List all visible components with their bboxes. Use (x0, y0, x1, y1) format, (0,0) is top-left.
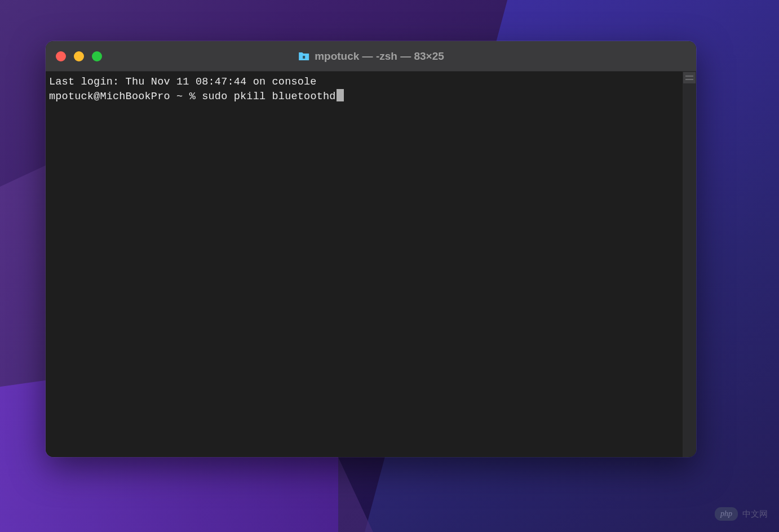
terminal-content[interactable]: Last login: Thu Nov 11 08:47:44 on conso… (46, 72, 683, 457)
scrollbar-handle-icon[interactable] (683, 72, 696, 83)
terminal-scrollbar[interactable] (683, 72, 696, 457)
window-title-text: mpotuck — -zsh — 83×25 (315, 50, 444, 63)
watermark-badge: php (715, 507, 738, 521)
close-button[interactable] (56, 51, 66, 61)
watermark-text: 中文网 (742, 509, 768, 520)
watermark: php 中文网 (715, 507, 768, 521)
window-controls (56, 51, 102, 61)
last-login-line: Last login: Thu Nov 11 08:47:44 on conso… (49, 75, 679, 90)
typed-command: sudo pkill bluetoothd (202, 91, 335, 103)
minimize-button[interactable] (74, 51, 84, 61)
terminal-window: mpotuck — -zsh — 83×25 Last login: Thu N… (46, 41, 696, 457)
window-title: mpotuck — -zsh — 83×25 (298, 50, 444, 63)
folder-icon (298, 51, 310, 61)
maximize-button[interactable] (92, 51, 102, 61)
terminal-body: Last login: Thu Nov 11 08:47:44 on conso… (46, 72, 696, 457)
window-title-bar[interactable]: mpotuck — -zsh — 83×25 (46, 41, 696, 72)
shell-prompt: mpotuck@MichBookPro ~ % (49, 91, 202, 103)
terminal-cursor (337, 89, 344, 101)
svg-rect-0 (303, 56, 305, 59)
prompt-line: mpotuck@MichBookPro ~ % sudo pkill bluet… (49, 90, 679, 104)
